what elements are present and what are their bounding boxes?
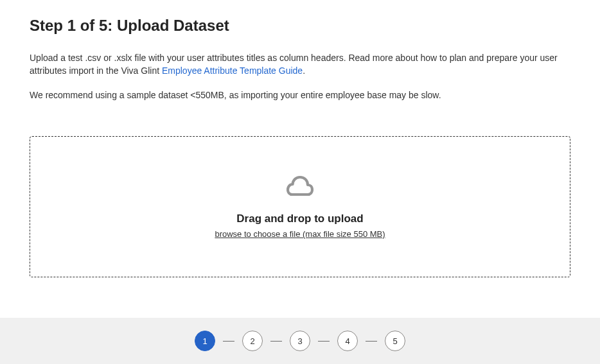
step-5[interactable]: 5	[385, 331, 405, 351]
step-connector	[318, 341, 330, 342]
step-connector	[366, 341, 377, 342]
step-connector	[223, 341, 234, 342]
step-connector	[270, 341, 282, 342]
step-2[interactable]: 2	[242, 331, 263, 351]
cloud-upload-icon	[287, 175, 313, 202]
instructions-post: .	[303, 65, 305, 76]
dropzone-subtitle: browse to choose a file (max file size 5…	[215, 229, 385, 239]
step-4[interactable]: 4	[337, 331, 358, 351]
wizard-stepper: 1 2 3 4 5	[0, 318, 600, 364]
step-1[interactable]: 1	[195, 331, 215, 351]
page-title: Step 1 of 5: Upload Dataset	[30, 17, 570, 35]
instructions-text: Upload a test .csv or .xslx file with yo…	[30, 51, 570, 78]
recommendation-text: We recommend using a sample dataset <550…	[30, 89, 570, 102]
dropzone-title: Drag and drop to upload	[236, 212, 363, 225]
template-guide-link[interactable]: Employee Attribute Template Guide	[162, 65, 303, 76]
step-3[interactable]: 3	[290, 331, 310, 351]
upload-dropzone[interactable]: Drag and drop to upload browse to choose…	[30, 136, 570, 277]
